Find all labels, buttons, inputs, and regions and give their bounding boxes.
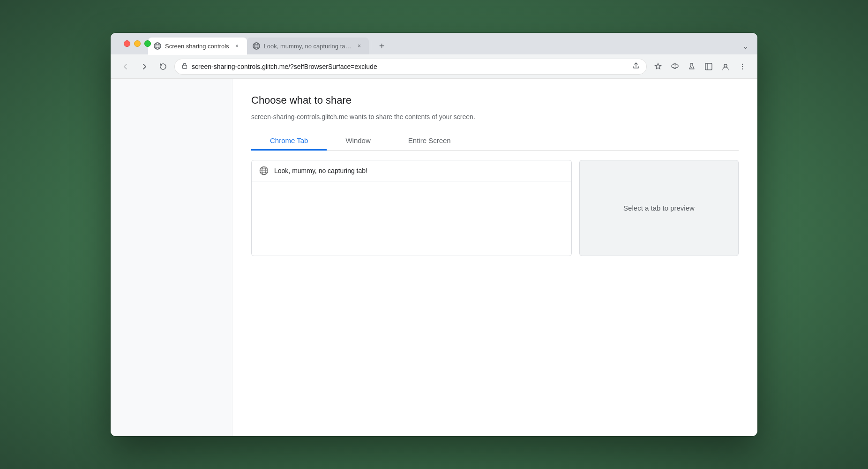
- tab-mummy[interactable]: Look, mummy, no capturing ta… ×: [247, 38, 369, 54]
- tab-title-screen-sharing: Screen sharing controls: [165, 43, 229, 50]
- address-bar[interactable]: screen-sharing-controls.glitch.me/?selfB…: [174, 59, 647, 75]
- tab-title-mummy: Look, mummy, no capturing ta…: [264, 43, 352, 50]
- new-tab-button[interactable]: +: [375, 39, 388, 53]
- mac-window: Screen sharing controls × Loo: [111, 33, 757, 436]
- sidebar-button[interactable]: [701, 59, 716, 74]
- traffic-light-yellow[interactable]: [134, 40, 141, 47]
- svg-point-16: [742, 66, 743, 67]
- tab-overflow-button[interactable]: ⌄: [739, 39, 752, 53]
- page-content: Choose what to share screen-sharing-cont…: [111, 79, 757, 436]
- list-item-icon: [259, 166, 269, 175]
- account-button[interactable]: [718, 59, 733, 74]
- forward-button[interactable]: [137, 59, 152, 74]
- list-item[interactable]: Look, mummy, no capturing tab!: [252, 160, 571, 182]
- back-button[interactable]: [118, 59, 133, 74]
- preview-panel: Select a tab to preview: [579, 160, 739, 256]
- dialog-description: screen-sharing-controls.glitch.me wants …: [251, 113, 739, 121]
- nav-bar: screen-sharing-controls.glitch.me/?selfB…: [111, 54, 757, 79]
- tab-chrome-tab[interactable]: Chrome Tab: [251, 132, 327, 151]
- traffic-lights: [124, 40, 151, 47]
- tab-globe-icon-1: [154, 42, 161, 50]
- tab-divider: [371, 41, 371, 50]
- traffic-light-green[interactable]: [144, 40, 151, 47]
- svg-point-17: [742, 68, 743, 69]
- lock-icon: [181, 62, 188, 70]
- tab-list: Look, mummy, no capturing tab!: [251, 160, 572, 256]
- tab-content: Look, mummy, no capturing tab! Select a …: [251, 160, 739, 256]
- dialog-area: Choose what to share screen-sharing-cont…: [232, 79, 757, 436]
- tab-globe-icon-2: [253, 42, 260, 50]
- preview-text: Select a tab to preview: [623, 204, 695, 212]
- tab-window[interactable]: Window: [327, 132, 389, 151]
- share-tabs: Chrome Tab Window Entire Screen: [251, 132, 739, 151]
- svg-point-14: [724, 64, 727, 67]
- tab-close-screen-sharing[interactable]: ×: [233, 42, 241, 50]
- labs-button[interactable]: [684, 59, 699, 74]
- reload-button[interactable]: [156, 59, 171, 74]
- svg-rect-10: [183, 65, 187, 68]
- dialog-title: Choose what to share: [251, 94, 739, 106]
- svg-point-11: [691, 67, 692, 68]
- tab-entire-screen[interactable]: Entire Screen: [389, 132, 470, 151]
- nav-actions: [651, 59, 750, 74]
- share-page-icon[interactable]: [632, 62, 640, 71]
- svg-point-15: [742, 63, 743, 64]
- url-display: screen-sharing-controls.glitch.me/?selfB…: [192, 63, 629, 70]
- list-item-title: Look, mummy, no capturing tab!: [274, 167, 367, 174]
- tab-close-mummy[interactable]: ×: [355, 42, 363, 50]
- extensions-button[interactable]: [667, 59, 682, 74]
- traffic-light-red[interactable]: [124, 40, 130, 47]
- tab-screen-sharing[interactable]: Screen sharing controls ×: [148, 38, 247, 54]
- bookmark-button[interactable]: [651, 59, 666, 74]
- left-sidebar: [111, 79, 232, 436]
- chrome-titlebar: Screen sharing controls × Loo: [111, 33, 757, 79]
- tab-bar: Screen sharing controls × Loo: [111, 33, 757, 54]
- svg-rect-12: [705, 63, 712, 70]
- menu-button[interactable]: [735, 59, 750, 74]
